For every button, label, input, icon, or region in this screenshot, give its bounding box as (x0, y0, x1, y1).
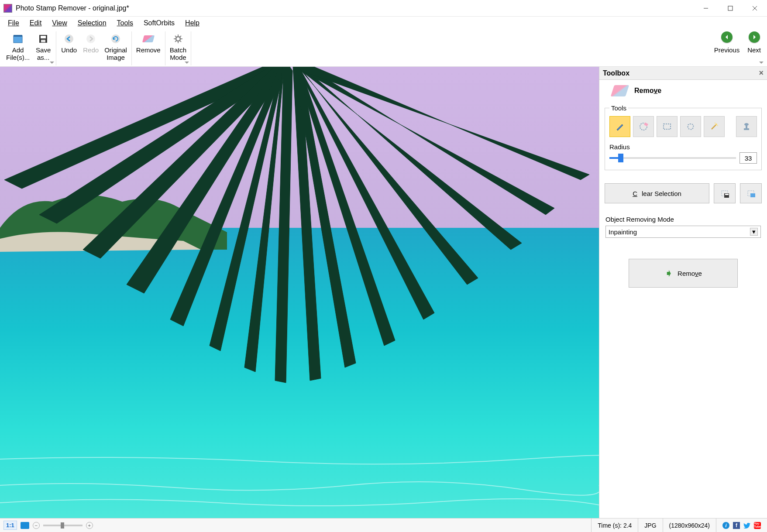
svg-line-20 (175, 41, 176, 42)
svg-point-9 (65, 34, 73, 43)
go-arrow-icon: ➧ (664, 267, 673, 279)
status-dimensions: (1280x960x24) (663, 518, 716, 532)
chevron-down-icon: ▾ (750, 228, 758, 236)
clear-selection-button[interactable]: Clear Selection (605, 183, 709, 203)
tool-magic-wand[interactable] (704, 116, 725, 137)
tool-shape-eraser[interactable] (633, 116, 654, 137)
object-removing-mode-select[interactable]: Inpainting ▾ (605, 226, 761, 238)
main-toolbar: Add File(s)... Save as... Undo Redo Orig… (0, 30, 767, 67)
facebook-icon[interactable]: f (733, 522, 740, 529)
svg-rect-29 (744, 128, 749, 130)
batch-mode-button[interactable]: Batch Mode (167, 31, 189, 62)
zoom-ratio-button[interactable]: 1:1 (3, 521, 17, 530)
zoom-out-button[interactable]: − (33, 522, 40, 529)
svg-point-10 (86, 34, 95, 43)
remove-section-header: Remove (599, 80, 767, 104)
dropdown-icon[interactable] (50, 62, 54, 64)
youtube-icon[interactable]: You Tube (754, 522, 761, 529)
zoom-slider[interactable] (43, 525, 83, 526)
original-image-icon (110, 33, 121, 45)
svg-rect-7 (41, 36, 46, 38)
add-files-icon (12, 33, 24, 45)
redo-button[interactable]: Redo (80, 31, 102, 54)
svg-point-28 (717, 125, 718, 126)
radius-slider[interactable] (609, 157, 736, 159)
minimize-button[interactable] (694, 0, 718, 17)
tool-freeform-select[interactable] (680, 116, 701, 137)
undo-icon (63, 33, 75, 45)
object-removing-mode-label: Object Removing Mode (605, 216, 761, 223)
remove-toolbar-button[interactable]: Remove (134, 31, 163, 54)
close-button[interactable] (743, 0, 767, 17)
app-icon (3, 4, 12, 13)
zoom-in-button[interactable]: + (86, 522, 93, 529)
svg-point-12 (176, 37, 180, 41)
dropdown-icon[interactable] (759, 62, 764, 64)
svg-rect-36 (750, 193, 755, 197)
twitter-icon[interactable] (743, 522, 750, 529)
main-area: Toolbox × Remove Tools Radius Cle (0, 67, 767, 518)
save-mask-button[interactable] (714, 183, 736, 203)
save-as-button[interactable]: Save as... (32, 31, 54, 62)
menu-file[interactable]: File (3, 18, 24, 28)
toolbox-close-button[interactable]: × (759, 69, 764, 78)
menu-bar: File Edit View Selection Tools SoftOrbit… (0, 17, 767, 30)
menu-view[interactable]: View (48, 18, 71, 28)
arrow-right-icon (749, 31, 760, 43)
svg-point-27 (715, 123, 715, 124)
toolbox-panel: Toolbox × Remove Tools Radius Cle (599, 67, 767, 518)
status-bar: 1:1 − + Time (s): 2.4 JPG (1280x960x24) … (0, 518, 767, 532)
radius-input[interactable] (739, 152, 757, 164)
tool-stamp[interactable] (736, 116, 757, 137)
svg-rect-8 (41, 40, 45, 42)
svg-point-31 (744, 123, 749, 126)
tools-fieldset: Tools Radius (605, 104, 762, 170)
svg-line-17 (175, 36, 176, 37)
title-bar: Photo Stamp Remover - original.jpg* (0, 0, 767, 17)
save-icon (38, 33, 49, 45)
svg-rect-4 (14, 36, 22, 43)
add-files-button[interactable]: Add File(s)... (3, 31, 32, 62)
redo-icon (85, 33, 96, 45)
menu-softorbits[interactable]: SoftOrbits (139, 18, 179, 28)
arrow-left-icon (721, 31, 733, 43)
gear-icon (172, 33, 184, 45)
svg-line-18 (180, 41, 181, 42)
svg-rect-22 (0, 228, 599, 518)
svg-rect-5 (14, 35, 22, 37)
svg-line-19 (180, 36, 181, 37)
menu-selection[interactable]: Selection (73, 18, 111, 28)
svg-rect-1 (728, 6, 733, 10)
load-mask-button[interactable] (740, 183, 762, 203)
tool-rectangle-select[interactable] (657, 116, 678, 137)
status-format: JPG (638, 518, 662, 532)
svg-point-11 (111, 34, 120, 43)
previous-button[interactable]: Previous (714, 31, 739, 54)
remove-action-button[interactable]: ➧ Remove (629, 259, 738, 288)
toolbox-title: Toolbox (603, 69, 629, 77)
svg-point-26 (715, 124, 717, 125)
svg-rect-25 (664, 124, 671, 129)
tool-pencil[interactable] (609, 116, 630, 137)
image-canvas[interactable] (0, 67, 599, 518)
tools-legend: Tools (609, 104, 628, 112)
toolbox-header: Toolbox × (599, 67, 767, 80)
svg-rect-24 (644, 122, 648, 126)
fit-screen-button[interactable] (21, 522, 29, 529)
svg-rect-34 (725, 194, 729, 195)
menu-edit[interactable]: Edit (25, 18, 46, 28)
original-image-button[interactable]: Original Image (102, 31, 130, 62)
eraser-icon (143, 33, 154, 45)
eraser-icon (611, 85, 629, 96)
next-button[interactable]: Next (747, 31, 761, 54)
menu-help[interactable]: Help (181, 18, 204, 28)
dropdown-icon[interactable] (185, 62, 189, 64)
info-icon[interactable]: i (722, 522, 729, 529)
menu-tools[interactable]: Tools (113, 18, 138, 28)
maximize-button[interactable] (718, 0, 743, 17)
window-title: Photo Stamp Remover - original.jpg* (16, 4, 694, 12)
undo-button[interactable]: Undo (58, 31, 80, 54)
radius-label: Radius (609, 143, 757, 151)
status-time: Time (s): 2.4 (591, 518, 638, 532)
